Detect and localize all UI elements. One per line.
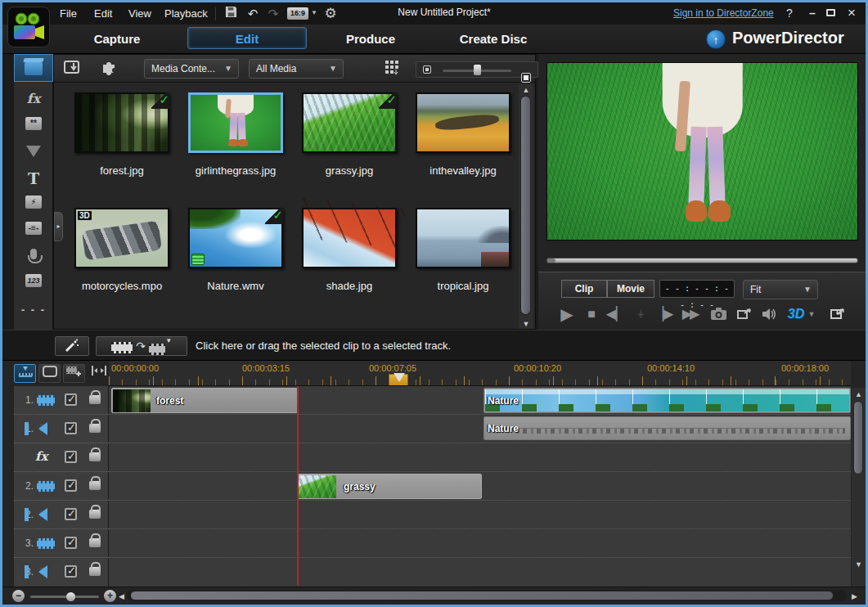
zoom-small-icon[interactable] — [423, 65, 431, 74]
media-item-girlinthegrass[interactable]: girlinthegrass.jpg — [182, 92, 289, 177]
timecode-display[interactable]: - - : - - : - - : - - — [659, 280, 735, 298]
track-lane-video2[interactable]: grassy — [109, 472, 851, 501]
magic-wand-button[interactable] — [55, 336, 89, 356]
close-button[interactable]: × — [843, 6, 860, 20]
tab-create-disc[interactable]: Create Disc — [448, 29, 538, 49]
menu-edit[interactable]: Edit — [89, 7, 117, 21]
track-lock-icon[interactable] — [89, 424, 101, 433]
chapter-room-icon[interactable]: 123 — [14, 270, 53, 296]
minimize-button[interactable]: – — [804, 6, 821, 20]
media-thumbnail[interactable] — [302, 208, 397, 268]
save-icon[interactable] — [222, 6, 240, 22]
clip-grassy[interactable]: grassy — [297, 474, 482, 499]
library-collapse-handle[interactable]: ▸ — [54, 212, 63, 241]
track-enable-checkbox[interactable] — [65, 565, 77, 578]
effect-room-icon[interactable]: fx — [14, 87, 53, 113]
hscroll-right-arrow[interactable]: ▶ — [852, 592, 857, 600]
aspect-ratio-badge[interactable]: 16:9 — [287, 7, 308, 20]
menu-playback[interactable]: Playback — [160, 7, 213, 21]
zoom-slider-handle[interactable] — [474, 65, 481, 75]
storyboard-view-button[interactable] — [38, 364, 61, 383]
title-room-icon[interactable]: T — [14, 165, 53, 191]
fast-forward-button[interactable]: ▶▶ — [677, 304, 702, 324]
track-lane-video3[interactable] — [109, 529, 851, 558]
track-enable-checkbox[interactable] — [65, 479, 77, 492]
track-lock-icon[interactable] — [89, 538, 101, 547]
add-track-button[interactable] — [63, 364, 85, 383]
playhead-marker[interactable] — [389, 374, 408, 386]
timeline-zoom-handle[interactable] — [66, 592, 75, 601]
3d-dropdown-arrow[interactable]: ▼ — [807, 304, 816, 324]
play-button[interactable]: ▶ — [556, 304, 578, 324]
fullscreen-icon[interactable] — [826, 304, 849, 324]
media-room-icon[interactable] — [14, 54, 53, 82]
content-filter-dropdown[interactable]: Media Conte...▼ — [144, 59, 239, 79]
media-item-nature[interactable]: ✓ Nature.wmv — [182, 208, 289, 292]
signin-directorzone-link[interactable]: Sign in to DirectorZone — [673, 7, 774, 19]
previous-frame-button[interactable]: ◀▏ — [605, 304, 627, 324]
track-header-audio2[interactable]: 2. — [14, 501, 109, 529]
timeline-ruler[interactable]: 00:00:00:00 00:00:03:15 00:00:07:05 00:0… — [109, 361, 851, 386]
scroll-down-arrow[interactable]: ▼ — [519, 320, 533, 328]
add-clip-to-track-button[interactable]: ↷ ▼ — [96, 336, 187, 356]
media-thumbnail[interactable] — [416, 92, 510, 153]
3d-mode-button[interactable]: 3D — [784, 304, 808, 324]
track-lane-video1[interactable]: forest Nature — [109, 386, 851, 415]
media-item-forest[interactable]: ✓ forest.jpg — [69, 92, 175, 177]
zoom-large-icon[interactable] — [521, 73, 531, 83]
timeline-zoom-slider[interactable] — [30, 596, 99, 598]
media-item-tropical[interactable]: tropical.jpg — [410, 208, 516, 292]
movie-mode-button[interactable]: Movie — [607, 280, 654, 298]
track-lane-fx[interactable] — [109, 443, 851, 472]
track-lock-icon[interactable] — [89, 481, 101, 490]
scrollbar-thumb[interactable] — [853, 401, 863, 474]
track-header-video1[interactable]: 1. — [14, 386, 109, 415]
track-header-video3[interactable]: 3. — [14, 529, 109, 558]
media-item-shade[interactable]: shade.jpg — [296, 208, 403, 292]
track-lock-icon[interactable] — [89, 452, 101, 461]
import-media-icon[interactable] — [61, 58, 85, 79]
track-header-audio1[interactable]: 1. — [14, 415, 109, 443]
media-thumbnail-selected[interactable] — [188, 92, 283, 153]
clip-mode-button[interactable]: Clip — [561, 280, 607, 298]
clip-nature-audio[interactable]: Nature — [483, 416, 851, 440]
track-enable-checkbox[interactable] — [65, 451, 77, 463]
scrollbar-thumb[interactable] — [520, 96, 531, 315]
timeline-zoom-out-button[interactable]: − — [12, 590, 25, 602]
undock-preview-icon[interactable] — [733, 304, 756, 324]
scrollbar-thumb[interactable] — [130, 591, 834, 600]
hscroll-left-arrow[interactable]: ◀ — [119, 592, 124, 600]
timeline-view-button[interactable] — [14, 364, 36, 383]
transition-room-icon[interactable]: ⚡ — [14, 191, 53, 218]
media-item-inthevalley[interactable]: inthevalley.jpg — [410, 92, 516, 177]
snapshot-camera-icon[interactable] — [707, 304, 730, 324]
track-enable-checkbox[interactable] — [65, 537, 77, 549]
preview-zoom-dropdown[interactable]: Fit▼ — [743, 280, 818, 299]
timeline-zoom-in-button[interactable]: + — [104, 590, 116, 602]
plugin-puzzle-icon[interactable] — [97, 58, 121, 79]
track-lock-icon[interactable] — [89, 395, 101, 404]
tab-capture[interactable]: Capture — [80, 29, 154, 49]
track-lock-icon[interactable] — [89, 567, 101, 576]
snap-clips-button[interactable] — [88, 364, 110, 383]
track-enable-checkbox[interactable] — [65, 422, 77, 434]
media-type-dropdown[interactable]: All Media▼ — [249, 59, 344, 79]
menu-file[interactable]: File — [55, 7, 82, 21]
clip-forest[interactable]: forest — [111, 388, 298, 413]
track-lane-audio3[interactable] — [109, 558, 851, 587]
redo-icon[interactable]: ↷ — [264, 6, 282, 22]
track-lane-audio1[interactable]: Nature — [109, 415, 851, 443]
next-frame-button[interactable]: ▕▶ — [653, 304, 674, 324]
undo-icon[interactable]: ↶ — [244, 6, 262, 22]
timeline-track-area[interactable]: forest Nature Nature grassy — [109, 386, 851, 587]
voiceover-room-icon[interactable] — [14, 244, 53, 270]
track-lane-audio2[interactable] — [109, 501, 851, 529]
track-enable-checkbox[interactable] — [65, 508, 77, 520]
media-thumbnail[interactable]: ✓ — [74, 92, 169, 153]
menu-view[interactable]: View — [124, 7, 156, 21]
settings-gear-icon[interactable]: ⚙ — [322, 6, 340, 22]
subtitle-room-icon[interactable]: - - - — [14, 299, 53, 326]
scroll-down-arrow[interactable]: ▼ — [852, 560, 866, 569]
media-item-grassy[interactable]: ✓ grassy.jpg — [296, 92, 403, 177]
media-thumbnail[interactable]: ✓ — [302, 92, 397, 153]
